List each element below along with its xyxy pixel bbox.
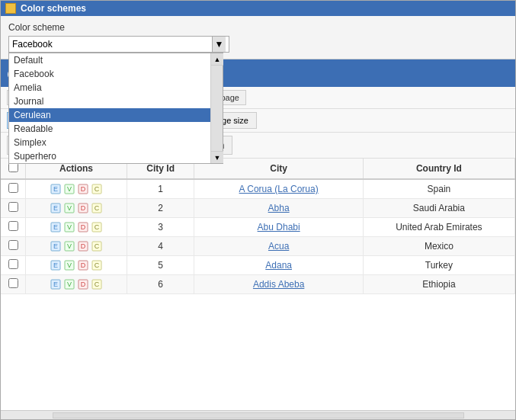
dropdown-item-facebook[interactable]: Facebook: [9, 67, 223, 81]
scroll-down-btn[interactable]: ▼: [211, 151, 223, 163]
row-checkbox[interactable]: [8, 240, 18, 250]
dropdown-item-default[interactable]: Default: [9, 53, 223, 67]
row-checkbox-cell: [1, 256, 26, 275]
svg-text:D: D: [81, 204, 86, 212]
svg-text:V: V: [67, 204, 72, 212]
color-scheme-select-wrapper: Facebook ▼ Default Facebook Amelia Journ…: [8, 36, 229, 53]
color-scheme-label: Color scheme: [8, 22, 508, 33]
row-city-name[interactable]: Acua: [194, 237, 363, 256]
delete-row-icon[interactable]: D: [77, 202, 89, 214]
dropdown-item-superhero[interactable]: Superhero: [9, 149, 223, 163]
row-actions: E V D C: [32, 240, 120, 252]
svg-text:E: E: [53, 204, 58, 212]
dropdown-list: Default Facebook Amelia Journal Cerulean…: [8, 53, 223, 164]
svg-text:C: C: [95, 242, 100, 250]
scroll-up-btn[interactable]: ▲: [211, 53, 223, 66]
copy-row-icon[interactable]: C: [91, 240, 103, 252]
row-checkbox[interactable]: [8, 202, 18, 212]
row-actions-cell: E V D C: [26, 237, 127, 256]
row-checkbox-cell: [1, 218, 26, 237]
view-icon[interactable]: V: [63, 259, 75, 271]
row-country-id: Turkey: [363, 256, 514, 275]
edit-icon[interactable]: E: [50, 240, 62, 252]
bottom-scrollbar-bar: [1, 410, 515, 419]
copy-row-icon[interactable]: C: [91, 221, 103, 233]
row-checkbox-cell: [1, 199, 26, 218]
scroll-track: [211, 66, 223, 151]
dropdown-item-readable[interactable]: Readable: [9, 122, 223, 136]
dropdown-scrollbar: ▲ ▼: [210, 53, 223, 163]
row-actions: E V D C: [32, 278, 120, 290]
view-icon[interactable]: V: [63, 278, 75, 290]
row-city-name[interactable]: A Corua (La Corua): [194, 179, 363, 199]
row-country-id: United Arab Emirates: [363, 218, 514, 237]
dropdown-item-journal[interactable]: Journal: [9, 95, 223, 108]
row-country-id: Ethiopia: [363, 275, 514, 294]
view-icon[interactable]: V: [63, 183, 75, 195]
svg-text:D: D: [81, 223, 86, 231]
svg-text:D: D: [81, 242, 86, 250]
edit-icon[interactable]: E: [50, 202, 62, 214]
svg-text:D: D: [81, 185, 86, 193]
edit-icon[interactable]: E: [50, 259, 62, 271]
row-checkbox[interactable]: [8, 278, 18, 288]
table-row: E V D C 5 Adana Turkey: [1, 256, 515, 275]
row-actions: E V D C: [32, 202, 120, 214]
delete-row-icon[interactable]: D: [77, 183, 89, 195]
horizontal-scrollbar[interactable]: [53, 412, 464, 418]
row-city-id: 2: [127, 199, 194, 218]
row-city-name[interactable]: Abha: [194, 199, 363, 218]
view-icon[interactable]: V: [63, 202, 75, 214]
row-checkbox[interactable]: [8, 259, 18, 269]
copy-row-icon[interactable]: C: [91, 278, 103, 290]
row-actions: E V D C: [32, 183, 120, 195]
title-bar: Color schemes: [1, 1, 515, 16]
svg-text:C: C: [95, 204, 100, 212]
svg-text:C: C: [95, 281, 100, 288]
row-actions-cell: E V D C: [26, 218, 127, 237]
dropdown-selected-value: Facebook: [12, 39, 53, 50]
copy-row-icon[interactable]: C: [91, 183, 103, 195]
delete-row-icon[interactable]: D: [77, 259, 89, 271]
svg-text:V: V: [67, 185, 72, 193]
header-country-id: Country Id: [363, 159, 514, 179]
row-checkbox[interactable]: [8, 221, 18, 231]
view-icon[interactable]: V: [63, 221, 75, 233]
svg-text:V: V: [67, 261, 72, 269]
table-row: E V D C 4 Acua Mexico: [1, 237, 515, 256]
view-icon[interactable]: V: [63, 240, 75, 252]
delete-row-icon[interactable]: D: [77, 221, 89, 233]
edit-icon[interactable]: E: [50, 278, 62, 290]
dropdown-item-amelia[interactable]: Amelia: [9, 81, 223, 95]
delete-row-icon[interactable]: D: [77, 278, 89, 290]
copy-row-icon[interactable]: C: [91, 259, 103, 271]
svg-text:D: D: [81, 261, 86, 269]
table-row: E V D C 6 Addis Abeba Ethiopia: [1, 275, 515, 294]
title-bar-icon: [5, 3, 16, 14]
data-table-container: Actions City Id City Country Id E: [1, 159, 515, 410]
dropdown-arrow-icon[interactable]: ▼: [212, 37, 226, 52]
row-actions-cell: E V D C: [26, 199, 127, 218]
dropdown-item-simplex[interactable]: Simplex: [9, 136, 223, 149]
edit-icon[interactable]: E: [50, 183, 62, 195]
table-body: E V D C 1 A Corua (La Corua) Spain: [1, 179, 515, 294]
svg-text:V: V: [67, 242, 72, 250]
row-checkbox[interactable]: [8, 183, 18, 193]
svg-text:C: C: [95, 261, 100, 269]
row-checkbox-cell: [1, 237, 26, 256]
edit-icon[interactable]: E: [50, 221, 62, 233]
row-city-name[interactable]: Addis Abeba: [194, 275, 363, 294]
row-city-name[interactable]: Adana: [194, 256, 363, 275]
svg-text:E: E: [53, 185, 58, 193]
svg-text:C: C: [95, 185, 100, 193]
svg-text:E: E: [53, 261, 58, 269]
color-scheme-dropdown[interactable]: Facebook ▼: [8, 36, 229, 53]
row-city-name[interactable]: Abu Dhabi: [194, 218, 363, 237]
row-country-id: Mexico: [363, 237, 514, 256]
row-actions-cell: E V D C: [26, 256, 127, 275]
row-city-id: 4: [127, 237, 194, 256]
copy-row-icon[interactable]: C: [91, 202, 103, 214]
svg-text:D: D: [81, 281, 86, 288]
delete-row-icon[interactable]: D: [77, 240, 89, 252]
dropdown-item-cerulean[interactable]: Cerulean: [9, 108, 223, 122]
